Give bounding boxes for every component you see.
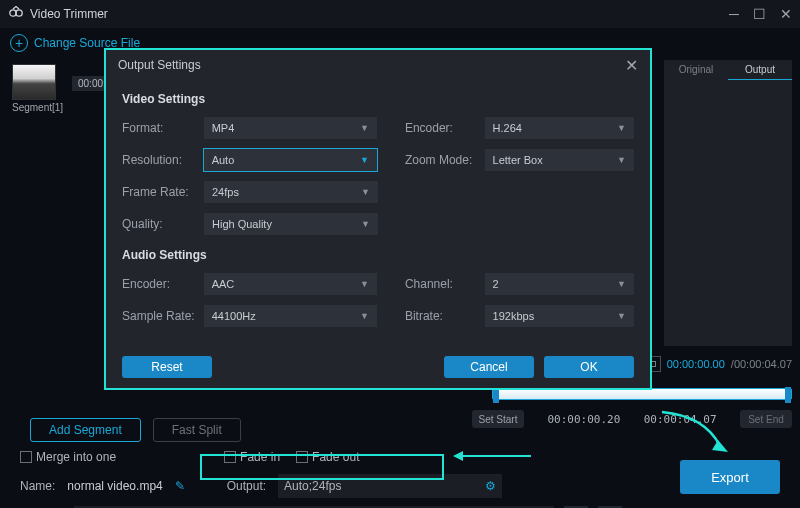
aencoder-label: Encoder: <box>122 277 204 291</box>
preview-panel: Original Output <box>664 60 792 346</box>
fade-in-label: Fade in <box>240 450 280 464</box>
audio-settings-heading: Audio Settings <box>122 248 634 262</box>
fast-split-button[interactable]: Fast Split <box>153 418 241 442</box>
titlebar: Video Trimmer ─ ☐ ✕ <box>0 0 800 28</box>
chevron-down-icon: ▼ <box>360 311 369 321</box>
set-end-button[interactable]: Set End <box>740 410 792 428</box>
reset-button[interactable]: Reset <box>122 356 212 378</box>
set-start-button[interactable]: Set Start <box>472 410 524 428</box>
framerate-label: Frame Rate: <box>122 185 204 199</box>
current-time: 00:00:00.00 <box>667 358 725 370</box>
thumbnail-image <box>12 64 56 100</box>
zoom-select[interactable]: Letter Box▼ <box>485 149 634 171</box>
format-select[interactable]: MP4▼ <box>204 117 377 139</box>
chevron-down-icon: ▼ <box>360 123 369 133</box>
sample-label: Sample Rate: <box>122 309 204 323</box>
close-icon[interactable]: ✕ <box>780 6 792 22</box>
chevron-down-icon: ▼ <box>617 311 626 321</box>
app-logo-icon <box>8 6 24 22</box>
chevron-down-icon: ▼ <box>360 155 369 165</box>
chevron-down-icon: ▼ <box>617 123 626 133</box>
fade-in-checkbox[interactable]: Fade in <box>224 450 280 464</box>
change-source-link[interactable]: Change Source File <box>34 36 140 50</box>
resolution-label: Resolution: <box>122 153 204 167</box>
start-time: 00:00:00.20 <box>547 413 620 426</box>
annotation-arrow-left <box>453 447 533 465</box>
output-label: Output: <box>227 479 266 493</box>
cancel-button[interactable]: Cancel <box>444 356 534 378</box>
ok-button[interactable]: OK <box>544 356 634 378</box>
resolution-select[interactable]: Auto▼ <box>204 149 377 171</box>
segment-thumbnail[interactable]: Segment[1] <box>12 64 56 114</box>
chevron-down-icon: ▼ <box>361 219 370 229</box>
tab-output[interactable]: Output <box>728 60 792 80</box>
bitrate-select[interactable]: 192kbps▼ <box>485 305 634 327</box>
quality-label: Quality: <box>122 217 204 231</box>
output-settings-gear-icon[interactable]: ⚙ <box>485 479 496 493</box>
channel-select[interactable]: 2▼ <box>485 273 634 295</box>
edit-name-icon[interactable]: ✎ <box>175 479 185 493</box>
segment-label: Segment[1] <box>12 102 56 113</box>
maximize-icon[interactable]: ☐ <box>753 6 766 22</box>
sample-select[interactable]: 44100Hz▼ <box>204 305 377 327</box>
fade-out-checkbox[interactable]: Fade out <box>296 450 359 464</box>
channel-label: Channel: <box>405 277 485 291</box>
end-time: 00:00:04.07 <box>644 413 717 426</box>
plus-circle-icon[interactable]: + <box>10 34 28 52</box>
tab-original[interactable]: Original <box>664 60 728 80</box>
chevron-down-icon: ▼ <box>360 279 369 289</box>
svg-marker-3 <box>453 451 463 461</box>
framerate-select[interactable]: 24fps▼ <box>204 181 378 203</box>
chevron-down-icon: ▼ <box>617 155 626 165</box>
video-settings-heading: Video Settings <box>122 92 634 106</box>
chevron-down-icon: ▼ <box>617 279 626 289</box>
dialog-close-icon[interactable]: ✕ <box>625 56 638 75</box>
merge-checkbox[interactable]: Merge into one <box>20 450 116 464</box>
bitrate-label: Bitrate: <box>405 309 485 323</box>
name-value: normal video.mp4 <box>67 479 162 493</box>
merge-label: Merge into one <box>36 450 116 464</box>
output-field[interactable]: Auto;24fps ⚙ <box>278 474 502 498</box>
encoder-label: Encoder: <box>405 121 485 135</box>
dialog-title: Output Settings <box>118 58 201 72</box>
total-time: /00:00:04.07 <box>731 358 792 370</box>
aencoder-select[interactable]: AAC▼ <box>204 273 377 295</box>
add-segment-button[interactable]: Add Segment <box>30 418 141 442</box>
quality-select[interactable]: High Quality▼ <box>204 213 378 235</box>
chevron-down-icon: ▼ <box>361 187 370 197</box>
encoder-select[interactable]: H.264▼ <box>485 117 634 139</box>
export-button[interactable]: Export <box>680 460 780 494</box>
fade-out-label: Fade out <box>312 450 359 464</box>
format-label: Format: <box>122 121 204 135</box>
output-settings-dialog: Output Settings ✕ Video Settings Format:… <box>106 50 650 388</box>
zoom-label: Zoom Mode: <box>405 153 485 167</box>
name-label: Name: <box>20 479 55 493</box>
minimize-icon[interactable]: ─ <box>729 6 739 22</box>
app-title: Video Trimmer <box>30 7 108 21</box>
output-value: Auto;24fps <box>284 479 341 493</box>
